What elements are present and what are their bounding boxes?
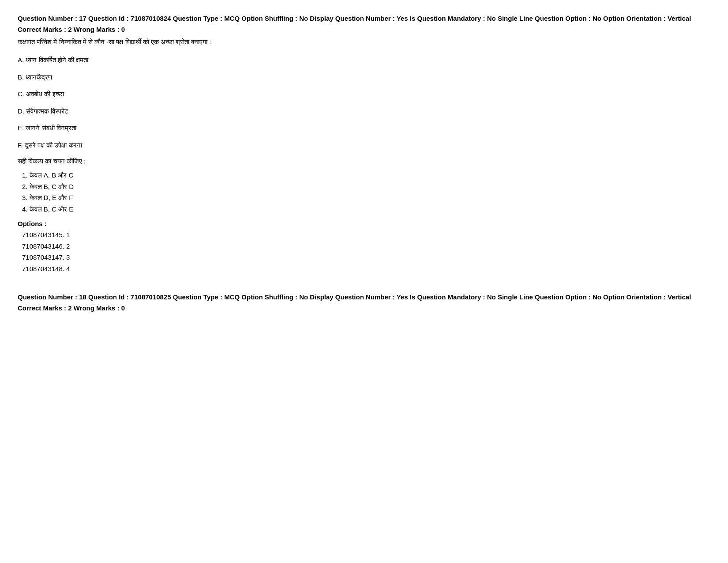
sub-option-4-text: केवल B, C और E: [30, 205, 74, 213]
question-17-meta: Question Number : 17 Question Id : 71087…: [18, 13, 710, 24]
sub-option-2-number: 2.: [22, 183, 30, 190]
sub-options: 1. केवल A, B और C 2. केवल B, C और D 3. क…: [22, 170, 710, 215]
option-id-1: 71087043145. 1: [22, 229, 710, 241]
options-list: 71087043145. 1 71087043146. 2 7108704314…: [22, 229, 710, 274]
option-b: B. ध्यानकेंद्रण: [18, 72, 710, 83]
option-a-label: A.: [18, 56, 26, 64]
question-18-meta: Question Number : 18 Question Id : 71087…: [18, 292, 710, 302]
option-c-label: C.: [18, 90, 26, 98]
question-17-text: कक्षागत परिवेश में निम्नांकित में से कौन…: [18, 37, 710, 47]
option-f-text: दूसरे पक्ष की उपेक्षा करना: [25, 141, 82, 149]
sub-option-2: 2. केवल B, C और D: [22, 181, 710, 193]
option-f-label: F.: [18, 141, 25, 149]
option-id-2: 71087043146. 2: [22, 241, 710, 252]
sub-option-1-text: केवल A, B और C: [30, 171, 74, 179]
option-b-label: B.: [18, 73, 26, 81]
option-id-4-id: 71087043148.: [22, 265, 64, 272]
option-b-text: ध्यानकेंद्रण: [26, 73, 52, 81]
option-d-text: संवेगात्मक विस्फोट: [26, 107, 68, 115]
options-label: Options :: [18, 220, 710, 227]
option-c: C. अवबोध की इच्छा: [18, 89, 710, 99]
option-f: F. दूसरे पक्ष की उपेक्षा करना: [18, 140, 710, 151]
option-id-2-value: 2: [66, 242, 70, 250]
option-id-4-value: 4: [66, 265, 70, 272]
sub-option-4: 4. केवल B, C और E: [22, 204, 710, 215]
option-a-text: ध्यान विकर्षित होने की क्षमता: [26, 56, 88, 64]
option-id-4: 71087043148. 4: [22, 263, 710, 275]
question-17-block: Question Number : 17 Question Id : 71087…: [18, 13, 710, 274]
sub-option-1-number: 1.: [22, 171, 30, 179]
option-e-text: जानने संबंधी विनम्रता: [26, 124, 76, 132]
question-17-marks: Correct Marks : 2 Wrong Marks : 0: [18, 26, 710, 33]
option-d-label: D.: [18, 107, 26, 115]
sub-option-3-number: 3.: [22, 194, 30, 201]
sub-option-4-number: 4.: [22, 205, 30, 213]
option-c-text: अवबोध की इच्छा: [26, 90, 64, 98]
question-18-block: Question Number : 18 Question Id : 71087…: [18, 292, 710, 312]
option-e-label: E.: [18, 124, 26, 132]
select-instruction: सही विकल्प का चयन कीजिए :: [18, 157, 710, 165]
sub-option-1: 1. केवल A, B और C: [22, 170, 710, 181]
sub-option-3-text: केवल D, E और F: [30, 194, 73, 201]
option-id-3-value: 3: [66, 253, 70, 261]
option-d: D. संवेगात्मक विस्फोट: [18, 106, 710, 117]
option-id-3: 71087043147. 3: [22, 252, 710, 263]
option-id-3-id: 71087043147.: [22, 253, 64, 261]
option-a: A. ध्यान विकर्षित होने की क्षमता: [18, 55, 710, 65]
option-id-1-value: 1: [66, 231, 70, 238]
sub-option-2-text: केवल B, C और D: [30, 183, 74, 190]
question-18-marks: Correct Marks : 2 Wrong Marks : 0: [18, 304, 710, 312]
option-e: E. जानने संबंधी विनम्रता: [18, 123, 710, 133]
option-id-1-id: 71087043145.: [22, 231, 64, 238]
sub-option-3: 3. केवल D, E और F: [22, 192, 710, 204]
option-id-2-id: 71087043146.: [22, 242, 64, 250]
